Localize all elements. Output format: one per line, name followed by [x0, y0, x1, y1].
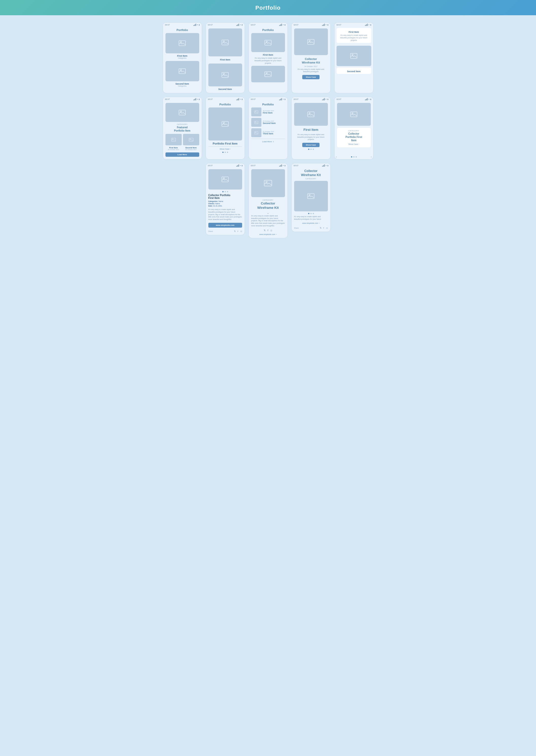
twitter-icon[interactable]: 𝕏	[320, 227, 321, 229]
svg-rect-2	[179, 69, 185, 74]
phone-5: 12:17 ▾ ▮ First Item It's very easy to c…	[334, 22, 374, 93]
timeline-image-icon	[254, 111, 258, 114]
wifi-icon: ▾	[240, 164, 241, 167]
timeline-img-2	[251, 118, 261, 127]
battery-icon: ▮	[327, 164, 328, 167]
svg-point-11	[266, 72, 267, 74]
twitter-icon[interactable]: 𝕏	[264, 229, 265, 232]
wifi-icon: ▾	[197, 24, 198, 26]
first-item-title: First Item	[294, 128, 328, 132]
website-link[interactable]: www.simplesite.com	[259, 234, 275, 235]
instagram-icon[interactable]: ◎	[270, 229, 272, 232]
facebook-icon[interactable]: f	[323, 227, 324, 229]
image-icon	[307, 112, 315, 117]
timeline-title-3: Third Item	[263, 132, 274, 135]
svg-point-17	[181, 111, 182, 112]
first-item-desc: It's very easy to create stylish and bea…	[294, 133, 328, 141]
phone-8-content: Portfolio 26 October 2017 First Item	[249, 101, 287, 159]
mini-image-icon	[171, 138, 176, 141]
page-header: Portfolio	[0, 0, 536, 15]
phone-row-2: 12:17 ▾ ▮ CATEGORY Fe	[8, 97, 528, 160]
load-more-link[interactable]: Load More	[262, 140, 272, 143]
facebook-icon[interactable]: f	[238, 230, 238, 233]
svg-rect-18	[171, 138, 176, 141]
signal-icon	[322, 24, 325, 26]
dot-3[interactable]	[227, 191, 228, 192]
timeline-img-1	[251, 107, 261, 116]
wifi-icon: ▾	[368, 24, 370, 26]
dot-1[interactable]	[308, 149, 309, 150]
facebook-icon[interactable]: f	[267, 229, 268, 232]
image-icon	[221, 177, 229, 182]
dot-2[interactable]	[225, 152, 226, 153]
show-case-button[interactable]: Show Case	[302, 75, 319, 79]
phone-2-content: First Item Second Item	[206, 26, 245, 93]
carousel-dots	[294, 149, 328, 150]
website-link-2[interactable]: www.simplesite.com	[302, 222, 318, 224]
status-bar-7: 12:17 ▾ ▮	[206, 97, 245, 101]
wifi-icon: ▾	[283, 98, 284, 100]
show-case-link[interactable]: Show Case ›	[340, 143, 368, 145]
dot-2[interactable]	[310, 213, 312, 214]
dot-2[interactable]	[225, 191, 226, 192]
timeline-item-2: 25 October 2017 Second Item	[251, 118, 285, 127]
prev-arrow[interactable]: ‹	[336, 156, 337, 158]
detail-title: Collector PortfolioFirst Item	[208, 194, 242, 199]
detail-categories: Categories: Name	[208, 200, 242, 202]
svg-point-31	[309, 113, 310, 114]
signal-icon	[279, 98, 282, 100]
signal-icon	[365, 24, 368, 26]
instagram-icon[interactable]: ◎	[326, 227, 328, 229]
show-case-button[interactable]: Show Case	[302, 143, 319, 147]
status-bar-11: 12:17 ▾ ▮	[206, 163, 245, 167]
dot-2[interactable]	[310, 149, 312, 150]
website-button[interactable]: www.simplesite.com	[208, 223, 242, 228]
dot-2[interactable]	[353, 156, 354, 158]
phone-row-1: 12:17 ▾ ▮ Portfolio F	[8, 22, 528, 93]
image-placeholder	[208, 28, 242, 56]
dot-1[interactable]	[222, 191, 223, 192]
dot-1[interactable]	[351, 156, 352, 158]
dot-1[interactable]	[308, 213, 309, 214]
image-icon	[307, 193, 315, 199]
battery-icon: ▮	[199, 24, 200, 26]
image-icon	[179, 110, 186, 115]
item-1-title: First Item	[251, 54, 285, 56]
phone-3: 12:17 ▾ ▮ Portfolio F	[249, 22, 288, 93]
dot-3[interactable]	[313, 213, 314, 214]
website-arrow-2: ›	[319, 222, 320, 224]
white-card-2: Second Item	[337, 68, 371, 74]
svg-rect-14	[351, 54, 357, 58]
image-icon	[350, 53, 357, 59]
battery-icon: ▮	[285, 98, 285, 100]
svg-point-23	[223, 123, 225, 124]
status-bar-12: 12:17 ▾ ▮	[249, 163, 287, 167]
share-label: Share	[294, 227, 299, 229]
dot-3[interactable]	[355, 156, 357, 158]
phone-row-3: 12:17 ▾ ▮	[8, 163, 528, 238]
carousel-dots	[208, 152, 242, 153]
status-bar-6: 12:17 ▾ ▮	[163, 97, 202, 101]
dot-3[interactable]	[227, 152, 228, 153]
twitter-icon[interactable]: 𝕏	[234, 230, 236, 233]
phone-2: 12:17 ▾ ▮ First Item	[206, 22, 245, 93]
svg-rect-8	[265, 40, 271, 45]
svg-point-7	[223, 73, 225, 75]
next-arrow[interactable]: ›	[371, 156, 372, 158]
collector-date: 24 October 2017	[294, 65, 328, 67]
wifi-icon: ▾	[368, 98, 370, 100]
dot-3[interactable]	[313, 149, 314, 150]
svg-rect-34	[222, 177, 228, 182]
dot-1[interactable]	[222, 152, 223, 153]
signal-icon	[279, 164, 282, 167]
instagram-icon[interactable]: ◎	[240, 230, 242, 233]
svg-point-35	[223, 178, 225, 179]
svg-rect-26	[254, 121, 258, 124]
svg-point-3	[181, 70, 182, 71]
show-case-link[interactable]: Show Case ›	[208, 148, 242, 150]
website-row-2: www.simplesite.com ›	[294, 222, 328, 224]
load-more-button[interactable]: Load More	[165, 152, 199, 157]
share-label: Share	[208, 231, 213, 232]
timeline-item-1: 26 October 2017 First Item	[251, 107, 285, 116]
header-title: Portfolio	[255, 5, 281, 11]
